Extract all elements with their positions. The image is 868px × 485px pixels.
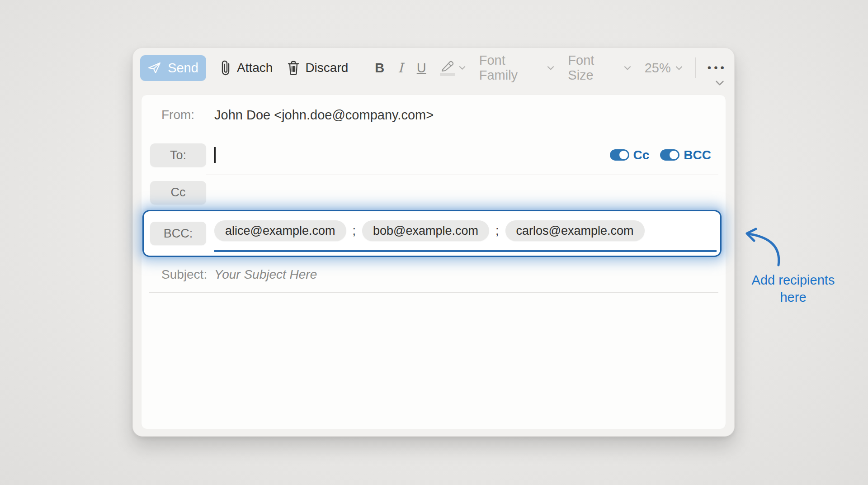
paper-plane-icon bbox=[148, 62, 161, 74]
from-label: From: bbox=[161, 108, 214, 122]
toggle-knob bbox=[619, 151, 628, 159]
font-size-dropdown[interactable]: Font Size bbox=[568, 53, 631, 83]
recipient-chip[interactable]: alice@example.com bbox=[214, 220, 346, 241]
to-row: To: Cc BCC bbox=[142, 135, 718, 175]
bcc-toggle[interactable]: BCC bbox=[660, 148, 711, 162]
message-body-input[interactable] bbox=[142, 293, 726, 429]
bcc-toggle-switch[interactable] bbox=[660, 149, 679, 161]
bcc-label-button[interactable]: BCC: bbox=[150, 222, 206, 245]
recipient-chip[interactable]: bob@example.com bbox=[362, 220, 489, 241]
cc-row: Cc bbox=[142, 175, 726, 210]
from-value: John Doe <john.doe@company.com> bbox=[214, 108, 434, 123]
underline-button[interactable]: U bbox=[417, 61, 426, 76]
font-family-dropdown[interactable]: Font Family bbox=[479, 53, 555, 83]
recipient-separator: ; bbox=[353, 224, 356, 238]
attach-button-label: Attach bbox=[237, 61, 273, 75]
subject-row: Subject: Your Subject Here bbox=[149, 257, 718, 293]
chevron-down-icon bbox=[675, 66, 683, 71]
cc-toggle-switch[interactable] bbox=[610, 149, 629, 161]
to-input[interactable]: Cc BCC bbox=[206, 135, 718, 175]
compose-window: Send Attach Discard B I U bbox=[132, 48, 735, 437]
subject-input-placeholder[interactable]: Your Subject Here bbox=[214, 267, 317, 282]
bcc-toggle-label: BCC bbox=[684, 148, 711, 162]
highlight-color-button[interactable] bbox=[440, 60, 466, 76]
attach-button[interactable]: Attach bbox=[221, 60, 273, 76]
cc-toggle-label: Cc bbox=[633, 148, 650, 162]
pen-icon bbox=[440, 60, 455, 71]
trash-icon bbox=[287, 60, 300, 76]
to-label-button[interactable]: To: bbox=[150, 143, 206, 167]
chevron-down-icon bbox=[459, 66, 466, 70]
send-button-label: Send bbox=[168, 61, 198, 76]
subject-label: Subject: bbox=[161, 267, 214, 282]
send-button[interactable]: Send bbox=[140, 55, 206, 81]
chevron-down-icon bbox=[624, 66, 631, 71]
annotation-line2: here bbox=[742, 289, 844, 306]
paperclip-icon bbox=[221, 60, 231, 76]
chevron-down-icon bbox=[547, 66, 554, 71]
bcc-input[interactable]: alice@example.com ; bob@example.com ; ca… bbox=[214, 211, 717, 252]
font-size-label: Font Size bbox=[568, 53, 619, 83]
cc-toggle[interactable]: Cc bbox=[610, 148, 650, 162]
highlight-color-swatch bbox=[440, 73, 455, 76]
discard-button[interactable]: Discard bbox=[287, 60, 348, 76]
recipient-chip[interactable]: carlos@example.com bbox=[505, 220, 645, 241]
bold-button[interactable]: B bbox=[375, 61, 384, 76]
toolbar-collapse-chevron-icon[interactable] bbox=[715, 80, 724, 86]
text-cursor bbox=[214, 147, 216, 163]
curved-arrow-icon bbox=[736, 225, 790, 271]
toolbar-divider bbox=[695, 57, 696, 78]
recipient-separator: ; bbox=[495, 224, 499, 238]
font-family-label: Font Family bbox=[479, 53, 543, 83]
discard-button-label: Discard bbox=[305, 61, 348, 75]
italic-button[interactable]: I bbox=[398, 60, 403, 76]
bcc-row-highlighted: BCC: alice@example.com ; bob@example.com… bbox=[142, 210, 722, 257]
compose-toolbar: Send Attach Discard B I U bbox=[133, 48, 734, 88]
zoom-value: 25% bbox=[645, 61, 671, 76]
more-options-button[interactable]: ••• bbox=[708, 62, 727, 74]
zoom-dropdown[interactable]: 25% bbox=[645, 61, 683, 76]
toggle-knob bbox=[670, 151, 678, 159]
from-row: From: John Doe <john.doe@company.com> bbox=[149, 95, 718, 135]
message-form: From: John Doe <john.doe@company.com> To… bbox=[141, 95, 726, 429]
toolbar-divider bbox=[361, 57, 361, 78]
annotation-line1: Add recipients bbox=[742, 271, 844, 289]
annotation-add-recipients: Add recipients here bbox=[742, 271, 844, 306]
cc-label-button[interactable]: Cc bbox=[150, 181, 206, 204]
